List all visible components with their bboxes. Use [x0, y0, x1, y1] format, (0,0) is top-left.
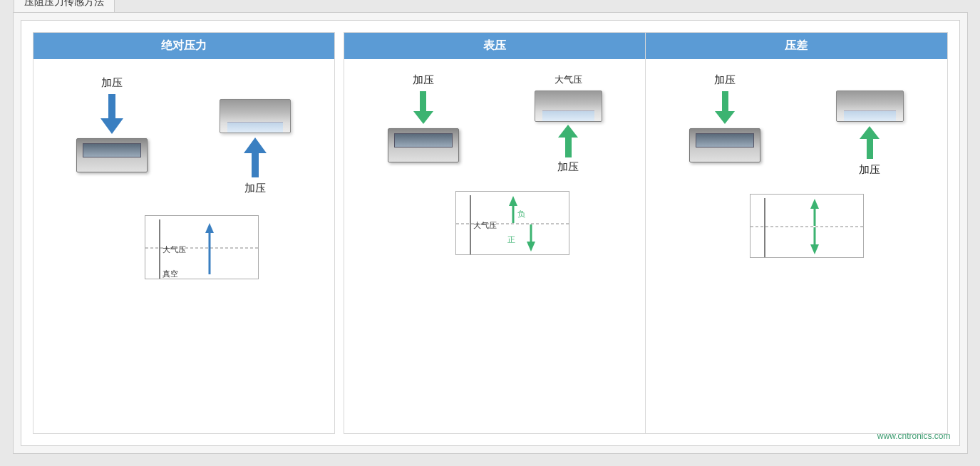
gauge-device-right: [535, 90, 602, 122]
differential-pressure-header: 压差: [646, 33, 947, 59]
diff-label-top: 加压: [714, 73, 736, 87]
gauge-chart: 大气压 负 正: [455, 191, 569, 255]
absolute-pressure-body: 加压: [33, 59, 335, 433]
svg-marker-15: [810, 244, 819, 254]
diff-arrow-down: [715, 91, 735, 124]
gauge-pressure-body: 加压 大气压: [344, 59, 645, 433]
abs-device-right: [220, 99, 291, 133]
absolute-pressure-header: 绝对压力: [33, 33, 335, 59]
outer-container: 压阻压力传感方法 绝对压力 加压: [13, 12, 968, 454]
abs-arrow-down: [100, 94, 123, 134]
gauge-chart-positive-label: 正: [507, 234, 515, 245]
abs-chart-atmo-label: 大气压: [163, 244, 186, 255]
diff-chart-container: [750, 187, 864, 258]
diff-device-right: [836, 90, 904, 122]
svg-marker-9: [527, 242, 535, 252]
main-wrapper: 绝对压力 加压: [21, 20, 960, 446]
gauge-right-col: 大气压 加压: [535, 73, 602, 174]
right-panels: 表压 加压: [344, 32, 947, 434]
page-title: 压阻压力传感方法: [24, 0, 104, 7]
diff-left-col: 加压: [689, 73, 760, 162]
abs-left-col: 加压: [76, 76, 148, 172]
diff-chart: [750, 194, 864, 258]
abs-chart: 大气压 真空: [145, 215, 259, 279]
watermark: www.cntronics.com: [877, 431, 951, 441]
differential-pressure-body: 加压: [646, 59, 947, 433]
differential-pressure-panel: 压差 加压: [646, 33, 947, 433]
gauge-arrow-up: [558, 125, 578, 157]
gauge-arrow-down: [413, 91, 433, 124]
svg-marker-13: [810, 199, 819, 209]
svg-marker-3: [205, 223, 214, 233]
gauge-device-left: [388, 128, 459, 162]
diff-label-bottom: 加压: [859, 163, 880, 177]
diff-arrow-up: [860, 126, 880, 159]
abs-chart-vacuum-label: 真空: [163, 269, 178, 279]
gauge-chart-atmo-label: 大气压: [473, 220, 497, 231]
diff-right-col: 加压: [836, 90, 904, 177]
gauge-left-col: 加压: [388, 73, 459, 162]
abs-right-col: 加压: [220, 76, 291, 195]
abs-chart-container: 大气压 真空: [145, 208, 259, 279]
gauge-pressure-header: 表压: [344, 33, 645, 59]
abs-label-top-left: 加压: [101, 76, 123, 90]
gauge-atmo-label: 大气压: [555, 73, 582, 86]
absolute-pressure-panel: 绝对压力 加压: [33, 32, 336, 434]
diff-device-left: [689, 128, 760, 162]
svg-marker-7: [509, 196, 517, 206]
abs-device-left: [76, 138, 148, 172]
gauge-chart-container: 大气压 负 正: [455, 184, 569, 255]
gauge-label-bottom: 加压: [557, 160, 579, 174]
title-tab: 压阻压力传感方法: [14, 0, 115, 12]
abs-arrow-up: [244, 138, 267, 177]
gauge-pressure-panel: 表压 加压: [344, 33, 646, 433]
gauge-label-top: 加压: [413, 73, 434, 87]
gauge-chart-negative-label: 负: [517, 209, 525, 219]
diff-chart-svg: [751, 195, 865, 259]
abs-label-bottom: 加压: [244, 182, 266, 195]
